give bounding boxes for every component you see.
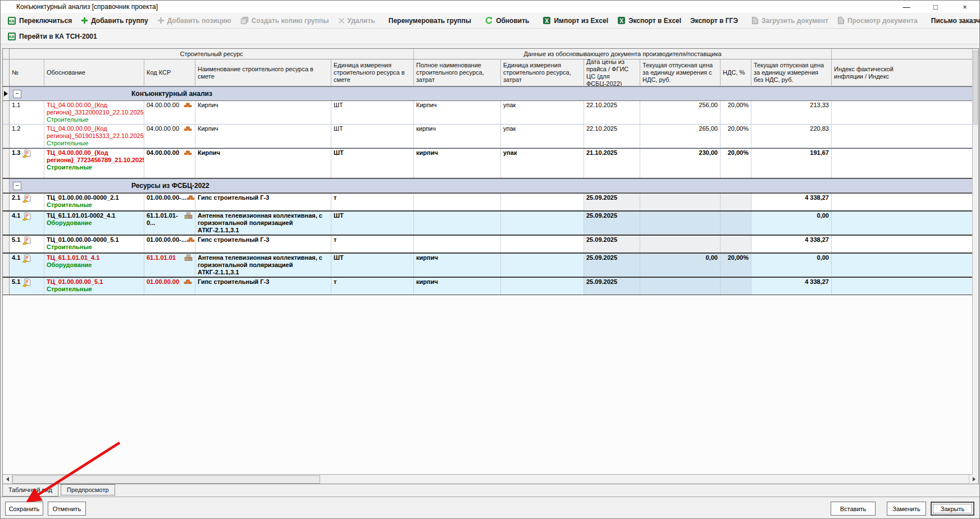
table-row[interactable]: 4.1ТЦ_61.1.01.01_4.1Оборудование61.1.01.… (3, 253, 979, 277)
cell-name-estimate[interactable]: Кирпич (195, 149, 331, 178)
cell-justification[interactable]: ТЦ_61.1.01.01_4.1Оборудование (44, 254, 144, 277)
cell-full-name[interactable]: кирпич (414, 254, 501, 277)
scroll-left-arrow[interactable] (3, 475, 12, 483)
cell-name-estimate[interactable]: Антенна телевизионная коллективная, с го… (195, 212, 331, 235)
cell-unit-estimate[interactable]: ШТ (331, 101, 414, 124)
export-gge-button[interactable]: Экспорт в ГГЭ (686, 15, 742, 26)
insert-button[interactable]: Вставить (831, 502, 876, 516)
cell-price-no-vat[interactable]: 4 338,27 (751, 194, 832, 210)
cell-name-estimate[interactable]: Антенна телевизионная коллективная, с го… (195, 254, 331, 277)
collapse-button[interactable]: − (13, 90, 21, 98)
switch-button[interactable]: КАПереключиться (3, 15, 76, 27)
cell-num[interactable]: 1.3 (10, 149, 44, 178)
cell-price-date[interactable]: 22.10.2025 (584, 125, 640, 148)
horizontal-scrollbar[interactable] (3, 474, 978, 484)
cell-price-with-vat[interactable]: 265,00 (640, 125, 721, 148)
cell-unit-supplier[interactable]: упак (501, 125, 584, 148)
cell-inflation-index[interactable] (832, 236, 979, 252)
vertical-scrollbar[interactable] (972, 49, 978, 475)
cell-price-no-vat[interactable]: 213,33 (751, 101, 832, 124)
cell-unit-estimate[interactable]: т (331, 194, 414, 210)
maximize-button[interactable]: □ (921, 1, 950, 13)
cell-num[interactable]: 4.1 (10, 254, 44, 277)
group-row[interactable]: −Конъюнктурный анализ (3, 86, 979, 101)
cell-inflation-index[interactable] (832, 194, 979, 210)
horizontal-scroll-thumb[interactable] (12, 475, 320, 484)
cell-price-with-vat[interactable]: 0,00 (640, 254, 721, 277)
cell-num[interactable]: 5.1 (10, 236, 44, 252)
cell-vat[interactable]: 20,00% (721, 101, 751, 124)
cell-vat[interactable] (721, 194, 751, 210)
cell-num[interactable]: 1.2 (10, 125, 44, 148)
cell-price-with-vat[interactable]: 230,00 (640, 149, 721, 178)
cell-inflation-index[interactable] (832, 101, 979, 124)
cell-price-no-vat[interactable]: 220,83 (751, 125, 832, 148)
cell-unit-supplier[interactable] (501, 236, 584, 252)
cell-unit-estimate[interactable]: ШТ (331, 212, 414, 235)
table-row[interactable]: 5.1ТЦ_01.00.00.00_5.1Строительные01.00.0… (3, 277, 979, 295)
cell-ksr-code[interactable]: 04.00.00.00 (144, 101, 195, 124)
cell-price-date[interactable]: 25.09.2025 (584, 254, 640, 277)
table-row[interactable]: 1.2ТЦ_04.00.00.00_{Код региона}_50190153… (3, 125, 979, 148)
tab-table-view[interactable]: Табличный вид (2, 484, 58, 497)
close-button[interactable]: Закрыть (931, 502, 974, 516)
cell-inflation-index[interactable] (832, 125, 979, 148)
cell-full-name[interactable]: кирпич (414, 149, 501, 178)
renumber-groups-button[interactable]: Перенумеровать группы (384, 15, 476, 26)
cell-unit-estimate[interactable]: ШТ (331, 254, 414, 277)
cell-ksr-code[interactable]: 01.00.00.00-... (144, 194, 195, 210)
cell-vat[interactable] (721, 236, 751, 252)
cell-justification[interactable]: ТЦ_04.00.00.00_{Код региона}_3312000210_… (44, 101, 144, 124)
add-group-button[interactable]: Добавить группу (76, 15, 152, 26)
cell-price-no-vat[interactable]: 0,00 (751, 254, 832, 277)
cell-full-name[interactable] (414, 236, 501, 252)
cell-ksr-code[interactable]: 04.00.00.00 (144, 125, 195, 148)
cell-full-name[interactable]: кирпич (414, 125, 501, 148)
cell-price-no-vat[interactable]: 0,00 (751, 212, 832, 235)
cell-inflation-index[interactable] (832, 278, 979, 295)
cell-vat[interactable]: 20,00% (721, 149, 751, 178)
group-row[interactable]: −Ресурсы из ФСБЦ-2022 (3, 178, 979, 193)
cell-vat[interactable] (721, 212, 751, 235)
cell-unit-supplier[interactable]: упак (501, 149, 584, 178)
cell-price-no-vat[interactable]: 4 338,27 (751, 278, 832, 295)
cell-inflation-index[interactable] (832, 212, 979, 235)
cell-unit-supplier[interactable] (501, 194, 584, 210)
cell-unit-estimate[interactable]: т (331, 278, 414, 295)
cell-price-date[interactable]: 25.09.2025 (584, 278, 640, 295)
cell-name-estimate[interactable]: Кирпич (195, 101, 331, 124)
cell-unit-supplier[interactable] (501, 254, 584, 277)
cell-unit-estimate[interactable]: т (331, 236, 414, 252)
cell-full-name[interactable] (414, 194, 501, 210)
table-row[interactable]: 5.1ТЦ_01.00.00.00-0000_5.1Строительные01… (3, 235, 979, 253)
cell-price-date[interactable]: 22.10.2025 (584, 101, 640, 124)
cell-full-name[interactable]: Кирпич (414, 101, 501, 124)
cell-price-with-vat[interactable] (640, 194, 721, 210)
table-row[interactable]: 2.1ТЦ_01.00.00.00-0000_2.1Строительные01… (3, 193, 979, 211)
cell-ksr-code[interactable]: 01.00.00.00 (144, 278, 195, 295)
cell-ksr-code[interactable]: 04.00.00.00 (144, 149, 195, 178)
cell-price-with-vat[interactable]: 256,00 (640, 101, 721, 124)
cell-price-with-vat[interactable] (640, 236, 721, 252)
cell-ksr-code[interactable]: 61.1.01.01 (144, 254, 195, 277)
cell-price-date[interactable]: 21.10.2025 (584, 149, 640, 178)
cell-num[interactable]: 1.1 (10, 101, 44, 124)
tab-preview[interactable]: Предпросмотр (61, 484, 115, 495)
cell-justification[interactable]: ТЦ_61.1.01.01-0002_4.1Оборудование (44, 212, 144, 235)
cell-num[interactable]: 4.1 (10, 212, 44, 235)
customer-letter-button[interactable]: Письмо заказчика (927, 15, 980, 26)
cell-vat[interactable]: 20,00% (721, 125, 751, 148)
cell-justification[interactable]: ТЦ_04.00.00.00_{Код региона}_7723456789_… (44, 149, 144, 178)
cell-justification[interactable]: ТЦ_01.00.00.00_5.1Строительные (44, 278, 144, 295)
cell-price-with-vat[interactable] (640, 278, 721, 295)
table-row[interactable]: 4.1ТЦ_61.1.01.01-0002_4.1Оборудование61.… (3, 211, 979, 235)
cell-name-estimate[interactable]: Гипс строительный Г-3 (195, 278, 331, 295)
cell-vat[interactable] (721, 278, 751, 295)
cell-justification[interactable]: ТЦ_04.00.00.00_{Код региона}_5019015313_… (44, 125, 144, 148)
close-icon[interactable]: × (950, 1, 979, 13)
cell-price-no-vat[interactable]: 4 338,27 (751, 236, 832, 252)
replace-button[interactable]: Заменить (887, 502, 926, 516)
save-button[interactable]: Сохранить (5, 502, 43, 516)
export-excel-button[interactable]: XЭкспорт в Excel (613, 15, 686, 26)
refresh-button[interactable]: Обновить (480, 15, 534, 26)
